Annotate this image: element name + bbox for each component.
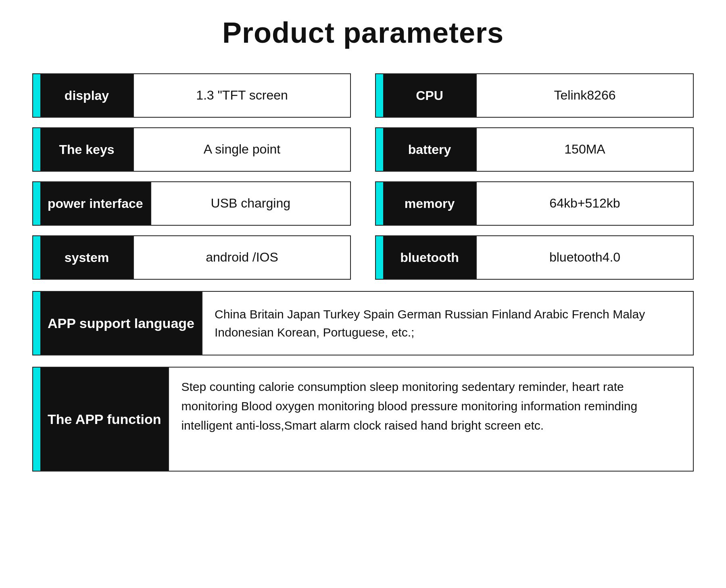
bluetooth-row: bluetooth bluetooth4.0: [375, 235, 694, 280]
system-label: system: [40, 236, 133, 279]
keys-row: The keys A single point: [32, 127, 351, 172]
cpu-value: Telink8266: [476, 74, 693, 117]
cyan-accent-memory: [376, 182, 383, 225]
display-label: display: [40, 74, 133, 117]
app-lang-row: APP support language China Britain Japan…: [32, 291, 694, 355]
app-lang-section: APP support language China Britain Japan…: [32, 291, 694, 355]
display-row: display 1.3 "TFT screen: [32, 73, 351, 118]
system-row: system android /IOS: [32, 235, 351, 280]
power-label: power interface: [40, 182, 150, 225]
display-value: 1.3 "TFT screen: [133, 74, 350, 117]
bluetooth-value: bluetooth4.0: [476, 236, 693, 279]
cyan-accent-system: [33, 236, 40, 279]
cyan-accent-display: [33, 74, 40, 117]
app-func-section: The APP function Step counting calorie c…: [32, 367, 694, 472]
battery-label: battery: [383, 128, 476, 171]
page-title: Product parameters: [222, 16, 504, 49]
app-func-value: Step counting calorie consumption sleep …: [168, 368, 693, 471]
memory-label: memory: [383, 182, 476, 225]
cyan-accent-battery: [376, 128, 383, 171]
keys-value: A single point: [133, 128, 350, 171]
app-lang-label: APP support language: [40, 292, 202, 355]
cyan-accent-bluetooth: [376, 236, 383, 279]
cpu-row: CPU Telink8266: [375, 73, 694, 118]
bluetooth-label: bluetooth: [383, 236, 476, 279]
battery-value: 150MA: [476, 128, 693, 171]
cpu-label: CPU: [383, 74, 476, 117]
cyan-accent-app-lang: [33, 292, 40, 355]
cyan-accent-cpu: [376, 74, 383, 117]
cyan-accent-power: [33, 182, 40, 225]
battery-row: battery 150MA: [375, 127, 694, 172]
system-value: android /IOS: [133, 236, 350, 279]
keys-label: The keys: [40, 128, 133, 171]
cyan-accent-keys: [33, 128, 40, 171]
app-func-label: The APP function: [40, 368, 168, 471]
params-grid: display 1.3 "TFT screen CPU Telink8266 T…: [32, 73, 694, 280]
memory-value: 64kb+512kb: [476, 182, 693, 225]
power-value: USB charging: [150, 182, 350, 225]
power-row: power interface USB charging: [32, 181, 351, 226]
app-lang-value: China Britain Japan Turkey Spain German …: [202, 292, 693, 355]
memory-row: memory 64kb+512kb: [375, 181, 694, 226]
cyan-accent-app-func: [33, 368, 40, 471]
app-func-row: The APP function Step counting calorie c…: [32, 367, 694, 472]
